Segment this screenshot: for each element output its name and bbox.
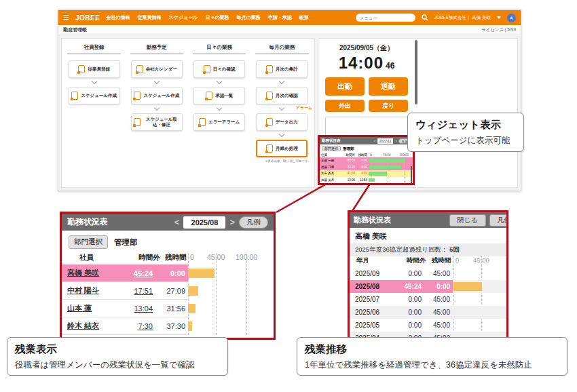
flow-card-schedule-import[interactable]: スケジュール取込・修正: [131, 113, 183, 131]
callout-title: 残業表示: [15, 342, 220, 357]
schedule-create-icon: [134, 92, 141, 100]
search-input[interactable]: [356, 14, 415, 22]
table-row[interactable]: 安藤 一樹 80:00 0:00: [320, 157, 413, 164]
panel-title: 勤務状況表: [67, 216, 170, 228]
alarm-tag: アラーム: [296, 105, 312, 111]
flow-card-label: スケジュール作成: [143, 93, 179, 98]
flow-column-plan: 勤務予定 会社カレンダー スケジュール作成 スケジュール取込・修正: [128, 44, 185, 186]
flow-card-month-close[interactable]: 月締め処理: [256, 140, 308, 157]
table-row[interactable]: 佐藤 乃愛 72:29 0:00: [320, 164, 413, 171]
widget-title: 勤務状況表: [322, 138, 372, 143]
clock-out-button[interactable]: 退勤: [369, 77, 408, 96]
page-title: 勤怠管理帳: [63, 26, 481, 33]
chevron-down-icon: [279, 105, 284, 111]
step-out-button[interactable]: 外出: [325, 100, 365, 112]
employee-link[interactable]: 山本 蓮: [62, 303, 92, 313]
employee-link[interactable]: 鈴木 結衣: [62, 321, 99, 331]
table-row[interactable]: 加藤 美月 13:06 11:54: [320, 177, 413, 184]
clock-in-button[interactable]: 出勤: [325, 77, 365, 96]
table-row: 中村 陽斗 17:51 27:09: [62, 282, 274, 300]
month-close-footnote: ※月締め後、取り消し可能です。: [265, 159, 311, 163]
prev-month-button[interactable]: <: [174, 217, 180, 227]
table-row: 鈴木 結衣 7:30 37:30: [62, 317, 274, 335]
overtime-link[interactable]: 45:24: [134, 269, 153, 277]
flow-card-schedule-create[interactable]: スケジュール作成: [69, 87, 120, 104]
workflow-panel: 社員登録 従業員登録 スケジュール作成 勤務予定 会社カレン: [61, 38, 315, 188]
schedule-create-icon: [71, 92, 78, 100]
chevron-down-icon: [279, 132, 284, 137]
close-button[interactable]: 閉じる: [449, 214, 486, 227]
table-row: 2025/050:0045:00: [350, 319, 506, 332]
employee-link[interactable]: 高橋 美咲: [62, 268, 99, 278]
flow-card-monthly-total[interactable]: 月次の集計: [256, 60, 308, 78]
axis-tick-0: 0: [455, 256, 459, 264]
flow-card-error-alarm[interactable]: エラーアラーム: [193, 113, 245, 131]
next-month-button[interactable]: >: [229, 217, 235, 227]
flow-card-employee-register[interactable]: 従業員登録: [69, 60, 120, 78]
remaining-value: 37:30: [153, 322, 188, 330]
flow-card-daily-check[interactable]: 日々の確認: [193, 60, 245, 78]
daily-check-icon: [204, 65, 210, 73]
return-button[interactable]: 戻り: [369, 100, 408, 112]
table-row: 山本 蓮 13:04 31:56: [62, 300, 274, 317]
department-select-button[interactable]: 部門選択: [322, 146, 341, 151]
monthly-total-icon: [266, 65, 273, 73]
clock-time-seconds: 46: [386, 61, 394, 71]
prev-month-button[interactable]: <: [373, 139, 376, 143]
hamburger-menu-icon[interactable]: ☰: [63, 14, 69, 21]
flow-card-company-calendar[interactable]: 会社カレンダー: [131, 60, 183, 78]
menu-item-monthly[interactable]: 毎月の業務: [237, 14, 261, 21]
flow-card-approval-list[interactable]: 承認一覧: [193, 87, 245, 104]
chevron-down-icon: [217, 79, 222, 84]
callout-title: ウィジェット表示: [415, 118, 516, 132]
next-month-button[interactable]: >: [394, 139, 397, 143]
column-header-name: 社員: [79, 253, 94, 262]
panel-header: 勤務状況表 < 2025/08 > 凡例: [62, 214, 274, 231]
flow-card-data-export[interactable]: データ出力: [256, 113, 308, 131]
clock-date: 2025/09/05（金）: [320, 43, 413, 53]
menu-item-reports[interactable]: 帳票: [299, 14, 309, 21]
overtime-link[interactable]: 13:04: [134, 305, 153, 313]
widget-header: 勤務状況表 < 2022/11 > 凡例: [320, 137, 413, 144]
menu-item-daily[interactable]: 日々の業務: [205, 14, 229, 21]
table-row: 2025/090:0045:00: [350, 267, 506, 280]
month-selector[interactable]: 2022/11: [377, 138, 394, 144]
account-name[interactable]: JOBEE株式会社｜ 高橋 美咲: [434, 15, 491, 21]
axis-tick-0: 0: [190, 253, 194, 261]
chevron-down-icon: [154, 79, 160, 84]
remaining-value: 31:56: [153, 305, 188, 313]
axis-tick: 45:00: [383, 153, 391, 157]
overtime-bar: [369, 178, 375, 182]
overtime-bar: [453, 282, 482, 291]
flow-card-label: 日々の確認: [213, 66, 236, 72]
flow-card-monthly-check[interactable]: 月次の確認: [256, 87, 308, 104]
employee-link[interactable]: 中村 陽斗: [62, 286, 99, 296]
overtime-bar: [369, 172, 387, 176]
callout-title: 残業推移: [305, 342, 559, 357]
chevron-down-icon[interactable]: [497, 16, 501, 19]
overtime-link[interactable]: 7:30: [138, 322, 153, 330]
overtime-bar: [188, 321, 192, 331]
flow-column-title: 勤務予定: [130, 44, 183, 54]
flow-column-monthly: 毎月の業務 月次の集計 月次の確認 アラーム: [253, 44, 311, 186]
overtime-link[interactable]: 17:51: [134, 287, 153, 295]
flow-card-schedule-create2[interactable]: スケジュール作成: [131, 87, 183, 104]
legend-button[interactable]: 凡例: [489, 214, 508, 227]
department-select-button[interactable]: 部門選択: [69, 235, 108, 249]
vertical-scrollbar[interactable]: [415, 40, 417, 104]
department-name: 管理部: [343, 146, 354, 151]
table-row: 2025/070:0045:00: [350, 293, 506, 306]
app-logo: JOBEE: [75, 14, 100, 22]
widget-scrollbar[interactable]: [411, 166, 413, 185]
search-icon[interactable]: [422, 14, 428, 21]
menu-item-approval[interactable]: 申請・承認: [268, 14, 292, 21]
legend-button[interactable]: 凡例: [239, 216, 268, 229]
company-calendar-icon: [136, 65, 143, 73]
flow-column-title: 社員登録: [67, 44, 120, 54]
menu-item-schedule[interactable]: スケジュール: [169, 14, 198, 21]
avatar[interactable]: 高: [507, 14, 516, 22]
menu-item-company[interactable]: 会社の情報: [106, 14, 130, 21]
table-row[interactable]: 大石 蒼真 41:00 4:00: [320, 170, 413, 177]
menu-item-employee[interactable]: 従業員情報: [138, 14, 162, 21]
month-selector[interactable]: 2025/08: [183, 216, 225, 229]
